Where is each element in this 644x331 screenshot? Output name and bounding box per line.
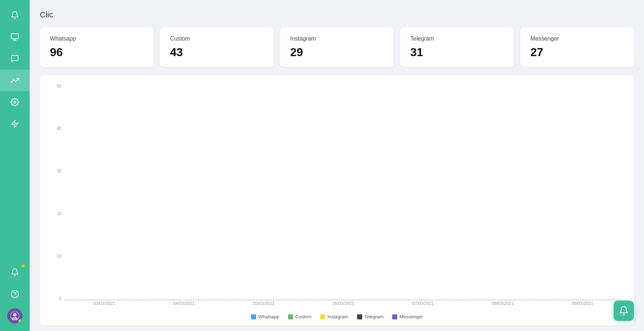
- sidebar-icon-notification[interactable]: [0, 261, 30, 283]
- grid-line: [64, 299, 622, 300]
- sidebar-icon-help[interactable]: [0, 283, 30, 305]
- y-label: 30: [51, 168, 64, 173]
- legend-dot-custom: [288, 314, 293, 319]
- sidebar-icon-bell[interactable]: [0, 4, 30, 26]
- x-label: 07/03/2021: [383, 301, 463, 311]
- legend-label-telegram: Telegram: [364, 314, 384, 319]
- y-axis: 01020304050: [51, 84, 64, 311]
- card-value: 43: [170, 46, 263, 59]
- legend-dot-messenger: [392, 314, 397, 319]
- card-value: 27: [530, 46, 624, 59]
- page-title: Clic: [40, 10, 634, 20]
- svg-point-9: [12, 317, 17, 320]
- sidebar-icon-monitor[interactable]: [0, 26, 30, 48]
- legend-dot-whatsapp: [251, 314, 256, 319]
- stat-card-whatsapp: Whatsapp96: [40, 28, 153, 67]
- legend-label-whatsapp: Whatsapp: [258, 314, 280, 319]
- stat-card-messenger: Messenger27: [520, 28, 634, 67]
- legend-item-telegram: Telegram: [357, 314, 384, 319]
- stat-card-instagram: Instagram29: [280, 28, 394, 67]
- legend-dot-instagram: [320, 314, 325, 319]
- x-label: 08/03/2021: [463, 301, 542, 311]
- y-label: 10: [51, 254, 64, 259]
- card-label: Custom: [170, 35, 263, 42]
- chart-legend: WhatsappCustomInstagramTelegramMessenger: [51, 314, 622, 319]
- grid-line: [64, 299, 622, 299]
- legend-item-custom: Custom: [288, 314, 312, 319]
- card-value: 31: [410, 46, 504, 59]
- x-label: 06/03/2021: [304, 301, 383, 311]
- sidebar-avatar[interactable]: [0, 305, 30, 327]
- notification-dot: [22, 264, 25, 267]
- card-label: Whatsapp: [50, 35, 143, 42]
- legend-item-instagram: Instagram: [320, 314, 348, 319]
- legend-item-whatsapp: Whatsapp: [251, 314, 280, 319]
- card-label: Instagram: [290, 35, 384, 42]
- svg-point-8: [13, 313, 16, 316]
- bars-row: 03/03/202104/03/202105/03/202106/03/2021…: [64, 301, 622, 311]
- y-label: 0: [51, 296, 64, 301]
- y-label: 40: [51, 126, 64, 131]
- sidebar-icon-trending[interactable]: [0, 70, 30, 91]
- legend-label-messenger: Messenger: [399, 314, 423, 319]
- legend-label-instagram: Instagram: [327, 314, 348, 319]
- stat-card-custom: Custom43: [160, 28, 274, 67]
- chart-area: 01020304050 03/03/202104/03/202105/03/20…: [40, 75, 634, 325]
- svg-marker-4: [12, 120, 18, 127]
- card-value: 96: [50, 46, 143, 59]
- x-label: 05/03/2021: [224, 301, 304, 311]
- x-labels: 03/03/202104/03/202105/03/202106/03/2021…: [64, 301, 622, 311]
- card-value: 29: [290, 46, 384, 59]
- card-label: Messenger: [530, 35, 624, 42]
- online-status-dot: [18, 319, 22, 323]
- sidebar-icon-lightning[interactable]: [0, 113, 30, 135]
- sidebar-icon-settings[interactable]: [0, 91, 30, 113]
- cards-row: Whatsapp96Custom43Instagram29Telegram31M…: [40, 28, 634, 67]
- legend-dot-telegram: [357, 314, 362, 319]
- x-label: 09/03/2021: [543, 301, 622, 311]
- svg-rect-0: [11, 34, 18, 39]
- card-label: Telegram: [410, 35, 504, 42]
- legend-label-custom: Custom: [295, 314, 312, 319]
- chart-inner: 03/03/202104/03/202105/03/202106/03/2021…: [64, 301, 622, 311]
- y-label: 20: [51, 211, 64, 216]
- sidebar-icon-chat[interactable]: [0, 48, 30, 70]
- y-label: 50: [51, 84, 64, 89]
- stat-card-telegram: Telegram31: [400, 28, 514, 67]
- svg-point-3: [14, 101, 16, 103]
- sidebar: [0, 0, 30, 331]
- main-content: Clic Whatsapp96Custom43Instagram29Telegr…: [30, 0, 644, 331]
- grid-line: [64, 299, 622, 299]
- legend-item-messenger: Messenger: [392, 314, 423, 319]
- grid-line: [64, 300, 622, 301]
- x-label: 03/03/2021: [64, 301, 144, 311]
- grid-line: [64, 300, 622, 300]
- x-label: 04/03/2021: [144, 301, 224, 311]
- chart-container: 01020304050 03/03/202104/03/202105/03/20…: [51, 84, 622, 311]
